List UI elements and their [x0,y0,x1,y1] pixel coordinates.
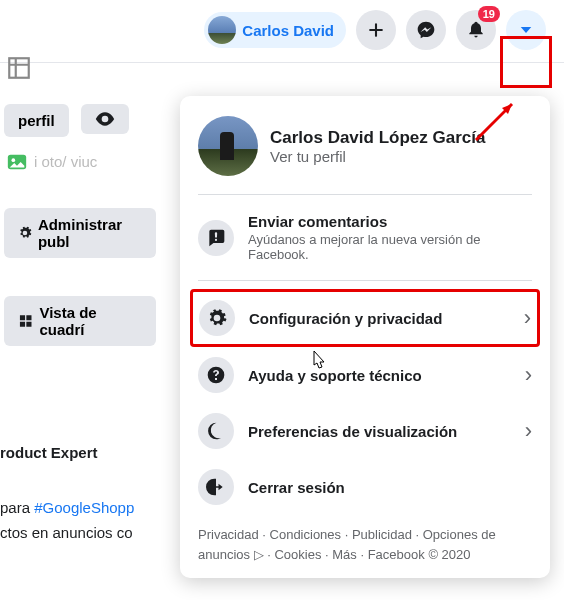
grid-label: Vista de cuadrí [39,304,142,338]
display-icon-wrapper [198,413,234,449]
account-dropdown-menu: Carlos David López García Ver tu perfil … [180,96,550,578]
shopping-line1: para #GoogleShopp [0,495,160,520]
settings-label: Configuración y privacidad [249,310,510,327]
dropdown-footer: Privacidad · Condiciones · Publicidad · … [190,515,540,564]
feedback-sub: Ayúdanos a mejorar la nueva versión de F… [248,232,532,262]
header-bar: Carlos David 19 [0,0,564,63]
logout-item[interactable]: Cerrar sesión [190,459,540,515]
profile-name: Carlos David López García [270,128,485,148]
question-icon [206,365,226,385]
feedback-item[interactable]: Enviar comentarios Ayúdanos a mejorar la… [190,203,540,272]
plus-icon [366,20,386,40]
divider [198,280,532,281]
account-dropdown-button[interactable] [506,10,546,50]
view-button[interactable] [81,104,129,134]
chevron-down-icon [517,21,535,39]
grid-view-button[interactable]: Vista de cuadrí [4,296,156,346]
divider [198,194,532,195]
settings-icon-wrapper [199,300,235,336]
feedback-title: Enviar comentarios [248,213,532,230]
bell-icon [466,20,486,40]
logout-label: Cerrar sesión [248,479,532,496]
profile-sub: Ver tu perfil [270,148,485,165]
svg-rect-0 [9,58,29,78]
chevron-right-icon: › [525,418,532,444]
eye-icon [95,112,115,126]
avatar-icon [198,116,258,176]
help-label: Ayuda y soporte técnico [248,367,511,384]
shopping-link[interactable]: #GoogleShopp [34,499,134,516]
grid-icon [18,313,33,329]
notification-badge: 19 [478,6,500,22]
logout-icon-wrapper [198,469,234,505]
shopping-line2: ctos en anuncios co [0,520,160,545]
logout-icon [206,477,226,497]
foto-label: i oto/ viuc [34,149,97,174]
notifications-button[interactable]: 19 [456,10,496,50]
gear-icon [207,308,227,328]
display-preferences-item[interactable]: Preferencias de visualización › [190,403,540,459]
avatar-icon [208,16,236,44]
help-support-item[interactable]: Ayuda y soporte técnico › [190,347,540,403]
photo-icon [6,151,28,173]
messenger-icon [416,20,436,40]
messenger-button[interactable] [406,10,446,50]
expert-label: roduct Expert [0,440,160,465]
user-profile-pill[interactable]: Carlos David [204,12,346,48]
perfil-label: perfil [18,112,55,129]
chevron-right-icon: › [524,305,531,331]
svg-point-4 [12,158,16,162]
settings-privacy-item[interactable]: Configuración y privacidad › [190,289,540,347]
chevron-right-icon: › [525,362,532,388]
left-partial-content: perfil i oto/ viuc Administrar publ Vist… [0,100,160,575]
perfil-button[interactable]: perfil [4,104,69,137]
logo-icon [6,55,34,83]
help-icon-wrapper [198,357,234,393]
gear-icon [18,225,32,241]
profile-link[interactable]: Carlos David López García Ver tu perfil [190,106,540,186]
feedback-icon-wrapper [198,220,234,256]
admin-label: Administrar publ [38,216,142,250]
create-button[interactable] [356,10,396,50]
user-name-label: Carlos David [242,22,334,39]
admin-button[interactable]: Administrar publ [4,208,156,258]
speech-exclaim-icon [206,228,226,248]
display-label: Preferencias de visualización [248,423,511,440]
moon-icon [206,421,226,441]
